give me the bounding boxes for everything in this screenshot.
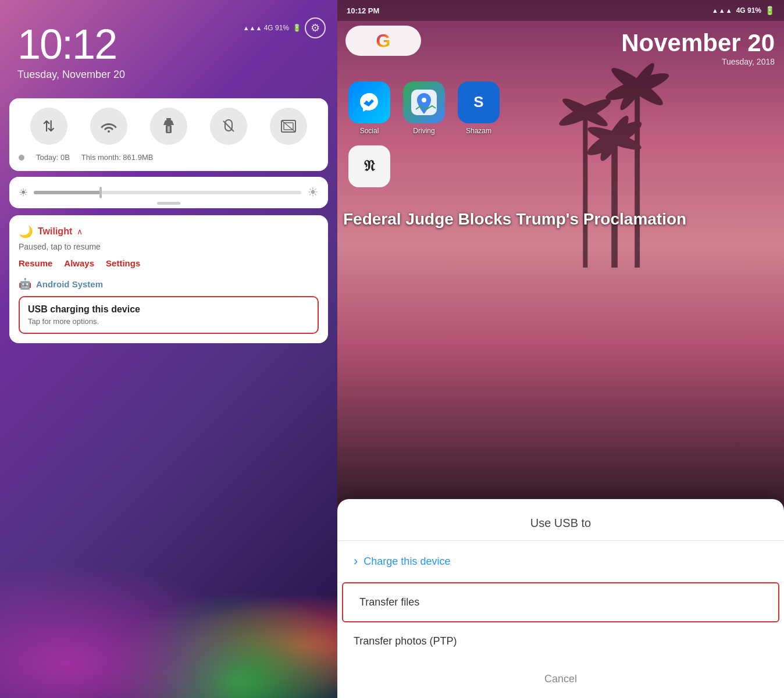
maps-icon bbox=[403, 81, 445, 123]
screenshot-toggle[interactable] bbox=[270, 108, 307, 145]
nytimes-wrapper[interactable]: 𝔑 bbox=[345, 145, 393, 187]
dialog-transfer-files-option[interactable]: Transfer files bbox=[343, 583, 778, 621]
signal-icon: ▲▲▲ bbox=[712, 7, 733, 14]
svg-rect-0 bbox=[166, 118, 171, 120]
network-type: 4G 91% bbox=[736, 6, 761, 15]
app-driving[interactable]: Driving bbox=[400, 81, 448, 135]
right-panel: 10:12 PM ▲▲▲ 4G 91% 🔋 G November 20 Tues… bbox=[337, 0, 784, 698]
shazam-label: Shazam bbox=[466, 127, 491, 135]
app-social[interactable]: Social bbox=[345, 81, 393, 135]
svg-rect-8 bbox=[611, 138, 618, 268]
right-date-big: November 20 bbox=[621, 29, 775, 57]
resume-button[interactable]: Resume bbox=[19, 258, 52, 268]
shazam-icon: S bbox=[458, 81, 500, 123]
transfer-files-highlight: Transfer files bbox=[342, 582, 779, 622]
left-header: 10:12 Tuesday, November 20 bbox=[0, 0, 337, 92]
right-date-sub: Tuesday, 2018 bbox=[621, 57, 775, 66]
dialog-title: Use USB to bbox=[337, 511, 784, 541]
svg-rect-10 bbox=[583, 112, 587, 268]
twilight-chevron: ∧ bbox=[77, 227, 83, 236]
usb-subtitle: Tap for more options. bbox=[28, 317, 309, 326]
usb-title: USB charging this device bbox=[28, 304, 309, 315]
brightness-slider[interactable] bbox=[34, 191, 301, 194]
svg-rect-9 bbox=[635, 87, 640, 268]
messenger-icon bbox=[348, 81, 390, 123]
toggles-row: ⇅ bbox=[19, 108, 319, 145]
brightness-card: ☀ ☀ bbox=[9, 177, 328, 208]
left-status-bar: ▲▲▲ 4G 91% 🔋 ⚙ bbox=[243, 17, 326, 38]
right-time: 10:12 PM bbox=[347, 6, 379, 15]
svg-text:S: S bbox=[473, 93, 483, 111]
palm-trees bbox=[520, 35, 724, 268]
left-panel: ▲▲▲ 4G 91% 🔋 ⚙ 10:12 Tuesday, November 2… bbox=[0, 0, 337, 698]
dialog-charge-option[interactable]: Charge this device bbox=[337, 541, 784, 582]
wifi-toggle[interactable] bbox=[90, 108, 127, 145]
charge-option-text: Charge this device bbox=[364, 555, 450, 568]
battery-right: 🔋 bbox=[765, 6, 775, 15]
data-toggle[interactable]: ⇅ bbox=[30, 108, 67, 145]
always-button[interactable]: Always bbox=[64, 258, 94, 268]
right-status-bar: 10:12 PM ▲▲▲ 4G 91% 🔋 bbox=[337, 0, 784, 21]
right-date-display: November 20 Tuesday, 2018 bbox=[621, 29, 775, 66]
data-month: This month: 861.9MB bbox=[81, 153, 154, 162]
twilight-actions: Resume Always Settings bbox=[19, 258, 319, 268]
social-label: Social bbox=[360, 127, 379, 135]
data-info: Today: 0B This month: 861.9MB bbox=[19, 153, 319, 162]
lock-date: Tuesday, November 20 bbox=[17, 69, 320, 81]
settings-button[interactable]: Settings bbox=[106, 258, 140, 268]
mute-toggle[interactable] bbox=[210, 108, 247, 145]
dialog-transfer-photos-option[interactable]: Transfer photos (PTP) bbox=[337, 622, 784, 660]
nytimes-icon: 𝔑 bbox=[348, 145, 390, 187]
flashlight-toggle[interactable] bbox=[150, 108, 187, 145]
settings-icon[interactable]: ⚙ bbox=[305, 17, 326, 38]
twilight-status: Paused, tap to resume bbox=[19, 242, 319, 251]
twilight-title: Twilight bbox=[38, 226, 72, 237]
quick-toggles-card: ⇅ bbox=[9, 98, 328, 171]
app-shazam[interactable]: S Shazam bbox=[455, 81, 503, 135]
svg-marker-1 bbox=[163, 120, 174, 125]
driving-label: Driving bbox=[413, 127, 434, 135]
android-system-header: 🤖 Android System bbox=[19, 277, 319, 290]
twilight-header: 🌙 Twilight ∧ bbox=[19, 225, 319, 238]
android-icon: 🤖 bbox=[19, 277, 31, 290]
usb-dialog: Use USB to Charge this device Transfer f… bbox=[337, 499, 784, 698]
data-dot bbox=[19, 155, 24, 161]
android-title: Android System bbox=[36, 279, 103, 289]
right-status-icons: ▲▲▲ 4G 91% 🔋 bbox=[712, 6, 775, 15]
svg-rect-3 bbox=[168, 126, 170, 132]
news-card: Federal Judge Blocks Trump's Proclamatio… bbox=[343, 209, 778, 229]
data-today: Today: 0B bbox=[36, 153, 70, 162]
transfer-files-text: Transfer files bbox=[359, 596, 419, 608]
brightness-high-icon: ☀ bbox=[307, 185, 319, 200]
app-icons-row: Social Driving S Shazam bbox=[345, 81, 503, 135]
notifications-card: 🌙 Twilight ∧ Paused, tap to resume Resum… bbox=[9, 215, 328, 343]
google-logo: G bbox=[376, 30, 391, 52]
brightness-low-icon: ☀ bbox=[19, 186, 28, 199]
news-title: Federal Judge Blocks Trump's Proclamatio… bbox=[343, 209, 778, 229]
usb-notification[interactable]: USB charging this device Tap for more op… bbox=[19, 296, 319, 334]
battery-left: 🔋 bbox=[293, 24, 301, 32]
transfer-photos-text: Transfer photos (PTP) bbox=[354, 635, 457, 647]
twilight-icon: 🌙 bbox=[19, 225, 33, 238]
signal-text: ▲▲▲ 4G 91% bbox=[243, 24, 289, 32]
dialog-cancel-button[interactable]: Cancel bbox=[337, 660, 784, 698]
google-search-bar[interactable]: G bbox=[345, 26, 421, 56]
svg-point-20 bbox=[422, 98, 426, 102]
